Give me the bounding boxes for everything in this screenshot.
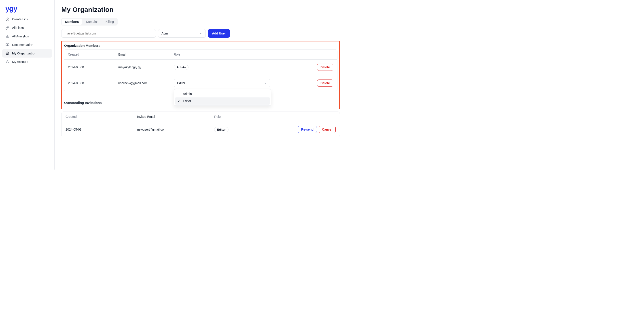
invitations-table: Created Invited Email Role 2024-05-08 ne… xyxy=(61,111,340,137)
sidebar-item-documentation[interactable]: Documentation xyxy=(2,41,52,49)
invitations-section: Created Invited Email Role 2024-05-08 ne… xyxy=(61,111,340,137)
dropdown-option-admin[interactable]: Admin xyxy=(175,90,270,97)
sidebar-item-my-account[interactable]: My Account xyxy=(2,58,52,66)
cell-role: Editor xyxy=(174,79,317,87)
sidebar-item-create-link[interactable]: Create Link xyxy=(2,15,52,24)
member-row: 2024-05-08 usernew@gmail.com Editor Dele… xyxy=(64,75,337,91)
sidebar-item-label: All Analytics xyxy=(12,35,29,38)
delete-button[interactable]: Delete xyxy=(317,80,333,87)
sidebar-item-label: My Account xyxy=(12,60,28,64)
link-icon xyxy=(5,26,10,30)
tab-domains[interactable]: Domains xyxy=(83,19,101,25)
cancel-button[interactable]: Cancel xyxy=(319,126,336,133)
col-role: Role xyxy=(214,115,336,118)
logo-dot: . xyxy=(9,6,10,11)
invitation-row: 2024-05-08 newuser@gmail.com Editor Re-s… xyxy=(62,122,340,137)
role-badge: Editor xyxy=(214,127,228,132)
dropdown-option-label: Admin xyxy=(183,92,192,96)
col-created: Created xyxy=(68,53,118,56)
dropdown-option-editor[interactable]: Editor xyxy=(175,97,270,105)
tab-members[interactable]: Members xyxy=(62,19,82,25)
row-role-value: Editor xyxy=(177,81,185,85)
main-content: My Organization Members Domains Billing … xyxy=(54,0,346,170)
plus-circle-icon xyxy=(5,17,10,21)
tab-bar: Members Domains Billing xyxy=(61,18,118,26)
table-header: Created Email Role xyxy=(64,50,337,60)
page-title: My Organization xyxy=(61,6,340,14)
globe-icon xyxy=(5,51,10,55)
dropdown-option-label: Editor xyxy=(183,99,191,103)
cell-created: 2024-05-08 xyxy=(66,128,137,131)
user-icon xyxy=(5,60,10,64)
email-input[interactable] xyxy=(61,29,156,38)
check-icon xyxy=(178,99,181,103)
sidebar-item-label: My Organization xyxy=(12,52,36,55)
cell-email: usernew@gmail.com xyxy=(118,81,174,85)
svg-point-8 xyxy=(7,61,8,62)
chevron-down-icon xyxy=(199,32,202,35)
cell-actions: Delete xyxy=(317,80,333,87)
chevron-down-icon xyxy=(264,82,267,85)
cell-actions: Re-send Cancel xyxy=(298,126,336,133)
cell-actions: Delete xyxy=(317,64,333,71)
member-row: 2024-05-08 mayakyler@y.gy Admin Delete xyxy=(64,60,337,75)
add-user-button[interactable]: Add User xyxy=(208,29,230,38)
logo-part2: gy xyxy=(9,5,17,13)
sidebar-item-my-organization[interactable]: My Organization xyxy=(2,49,52,58)
col-email: Invited Email xyxy=(137,115,214,118)
delete-button[interactable]: Delete xyxy=(317,64,333,71)
sidebar-item-all-analytics[interactable]: All Analytics xyxy=(2,32,52,41)
org-members-title: Organization Members xyxy=(64,44,338,48)
cell-role: Editor xyxy=(214,127,298,132)
sidebar-item-label: Documentation xyxy=(12,43,33,47)
sidebar-item-label: Create Link xyxy=(12,18,28,21)
cell-email: newuser@gmail.com xyxy=(137,128,214,131)
bar-chart-icon xyxy=(5,34,10,38)
col-email: Email xyxy=(118,53,174,56)
cell-email: mayakyler@y.gy xyxy=(118,65,174,69)
sidebar: y.gy Create Link All Links All Analytics… xyxy=(0,0,54,170)
org-members-table: Created Email Role 2024-05-08 mayakyler@… xyxy=(64,49,338,91)
col-role: Role xyxy=(174,53,333,56)
role-dropdown: Admin Editor xyxy=(174,89,271,106)
cell-created: 2024-05-08 xyxy=(68,65,118,69)
row-role-select[interactable]: Editor xyxy=(174,79,270,87)
highlight-box: Organization Members Created Email Role … xyxy=(61,41,340,109)
role-select-value: Admin xyxy=(162,32,170,35)
role-select[interactable]: Admin xyxy=(158,29,206,38)
sidebar-item-all-links[interactable]: All Links xyxy=(2,24,52,32)
col-created: Created xyxy=(66,115,137,118)
table-header: Created Invited Email Role xyxy=(62,112,340,122)
tab-billing[interactable]: Billing xyxy=(102,19,117,25)
sidebar-item-label: All Links xyxy=(12,26,24,30)
book-icon xyxy=(5,43,10,47)
resend-button[interactable]: Re-send xyxy=(298,126,317,133)
cell-role: Admin xyxy=(174,65,317,70)
app-logo[interactable]: y.gy xyxy=(2,5,52,15)
role-badge: Admin xyxy=(174,65,188,70)
add-user-row: Admin Add User xyxy=(61,29,340,38)
cell-created: 2024-05-08 xyxy=(68,81,118,85)
